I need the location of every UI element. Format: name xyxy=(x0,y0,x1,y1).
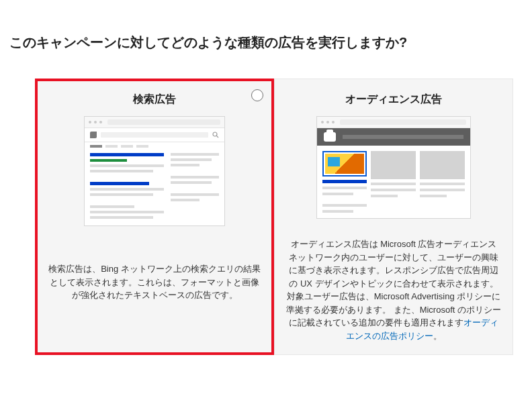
card-audience-desc-suffix: 。 xyxy=(433,331,442,341)
camera-icon xyxy=(324,132,336,142)
ad-type-options: 検索広告 xyxy=(9,79,523,355)
card-search-ads[interactable]: 検索広告 xyxy=(35,79,274,355)
svg-point-0 xyxy=(213,132,217,136)
page-title: このキャンペーンに対してどのような種類の広告を実行しますか? xyxy=(9,34,523,52)
card-search-title: 検索広告 xyxy=(46,93,263,107)
illustration-audience xyxy=(285,116,502,219)
svg-line-1 xyxy=(216,136,218,138)
card-audience-desc: オーディエンス広告は Microsoft 広告オーディエンス ネットワーク内のユ… xyxy=(285,238,502,342)
search-icon xyxy=(212,132,219,138)
bing-icon xyxy=(90,132,97,138)
card-audience-desc-text: オーディエンス広告は Microsoft 広告オーディエンス ネットワーク内のユ… xyxy=(286,239,501,327)
card-audience-ads[interactable]: オーディエンス広告 xyxy=(274,79,513,355)
card-audience-title: オーディエンス広告 xyxy=(285,93,502,107)
card-search-desc: 検索広告は、Bing ネットワーク上の検索クエリの結果として表示されます。これら… xyxy=(46,262,263,302)
radio-search-ads[interactable] xyxy=(251,89,263,101)
illustration-search xyxy=(46,116,263,226)
